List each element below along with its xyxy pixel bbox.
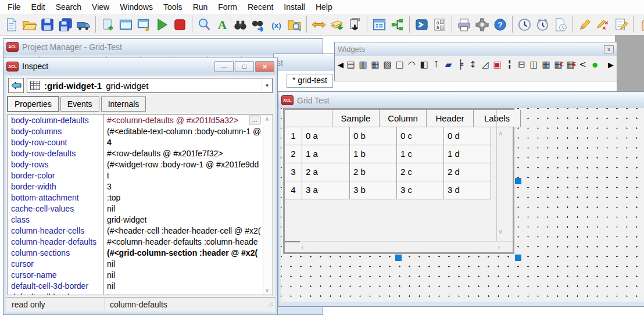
grid-scroll-right-icon[interactable]: › [498,242,500,252]
history-doc-button[interactable] [552,16,569,34]
bar-gauge-icon[interactable]: ▰ [443,59,454,70]
grid-cell-sample[interactable]: 2 a [302,163,350,181]
save-all-button[interactable] [57,16,74,34]
property-row[interactable]: default-cell-3d-border nil [8,280,273,291]
angle-dial-icon[interactable]: ◿ [480,59,491,70]
minimize-button[interactable]: — [214,61,234,72]
scroll-down-icon[interactable]: ∨ [265,287,269,293]
form-design-surface[interactable]: SampleColumnHeaderLabels 1 0 a 0 b 0 c 0… [281,108,644,302]
grid-cell-column[interactable]: 2 b [350,163,397,181]
curve-tool-icon[interactable]: ◠ [406,59,417,70]
grid-widget[interactable]: SampleColumnHeaderLabels 1 0 a 0 b 0 c 0… [283,108,514,254]
widgets-scroll-left-icon[interactable]: ◀ [337,60,344,69]
grid-scroll-down-icon[interactable]: ∨ [498,228,503,235]
grid-cell-header[interactable]: 1 c [397,145,444,163]
property-row[interactable]: body-row-defaults #<row-defaults @ #x201… [8,148,273,159]
class-browser-button[interactable] [389,16,406,34]
split-pane-icon[interactable]: ⊟ [516,59,527,70]
menu-item[interactable]: Recent [242,1,278,13]
toggle-dot-icon[interactable]: ● [589,59,600,70]
tree-control-icon[interactable]: ╞ [455,59,466,70]
find-next-button[interactable] [250,16,267,34]
grid-scroll-left-icon[interactable]: ‹ [301,242,304,252]
import-button[interactable] [328,16,345,34]
open-file-button[interactable] [21,16,38,34]
multiline-list-icon[interactable]: ▤ [345,59,356,70]
combo-box-icon[interactable]: ◧ [418,59,430,70]
property-row[interactable]: column-header-cells (#<header-cell :head… [8,225,273,236]
internals-icon[interactable]: Internals [101,96,146,112]
grid-table-icon[interactable]: ▦ [541,59,552,70]
dual-pane-icon[interactable]: ◫ [528,59,539,70]
grid-hscroll-thumb[interactable] [285,241,300,242]
property-row[interactable]: column-sections (#<grid-column-section :… [8,247,273,258]
help-button[interactable]: ? [492,16,509,34]
console-button[interactable] [413,16,430,34]
grid-column-header[interactable]: Sample [332,110,380,127]
grid-table-c-icon[interactable]: ▦C [553,59,564,70]
print-button[interactable] [456,16,473,34]
grid-column-header[interactable]: Labels [474,110,521,127]
property-row[interactable]: body-row-count 4 [8,137,273,148]
grid-cell-labels[interactable]: 2 d [444,163,491,181]
grid-cell-header[interactable]: 0 c [397,127,444,145]
spin-control-icon[interactable]: ↕ [467,59,478,70]
close-button[interactable]: × [255,61,274,72]
find-in-files-button[interactable] [232,16,249,34]
property-row[interactable]: class grid-widget [8,214,273,225]
grid-column-header[interactable]: Header [427,110,474,127]
menu-item[interactable]: Form [213,1,242,13]
outline-button[interactable] [371,16,388,34]
new-form-button[interactable] [99,16,116,34]
multi-item-list-icon[interactable]: ▥ [357,59,368,70]
editor-tab-grid-test[interactable]: * grid-test [287,74,333,88]
group-box-icon[interactable]: □ [394,59,405,70]
grid-row-number[interactable]: 2 [285,145,302,163]
flag-pole-icon[interactable]: ⊺ [431,59,442,70]
menu-item[interactable]: Windows [115,1,158,13]
edit-button[interactable] [577,16,593,34]
color-grid-icon[interactable]: ▦ [370,59,381,70]
clone-window-button[interactable] [135,16,152,34]
property-row[interactable]: body-rows (#<widget-row :body-row-1 @ #x… [8,159,273,170]
new-window-button[interactable] [117,16,134,34]
property-row[interactable]: border-color t [8,170,273,181]
property-row[interactable]: default-cell-borders t [8,291,273,295]
selection-handle-bottom-right[interactable] [515,255,521,261]
alarm-button[interactable] [534,16,551,34]
grid-row-number[interactable]: 4 [285,181,302,199]
selection-handle-bottom[interactable] [395,255,402,261]
grid-scroll-up-icon[interactable]: ∧ [498,130,503,137]
scroll-up-icon[interactable]: ∧ [265,116,269,122]
grid-table-s-icon[interactable]: ▦S [565,59,576,70]
grid-cell-sample[interactable]: 1 a [302,145,350,163]
restore-button[interactable]: □ [235,61,254,72]
add-hand-button[interactable] [637,16,644,34]
search-folder-button[interactable] [286,16,303,34]
export-button[interactable] [346,16,363,34]
menu-item[interactable]: View [87,1,115,13]
discard-edits-button[interactable]: ×× [595,16,611,34]
grid-column-header[interactable] [285,110,332,127]
selection-handle-right[interactable] [515,178,521,184]
frame-widget-icon[interactable]: ▣ [492,59,503,70]
widgets-scroll-right-icon[interactable]: ▶ [607,60,614,69]
property-row[interactable]: body-columns (#<editable-text-column :bo… [8,126,273,137]
property-row[interactable]: column-header-defaults #<column-header-d… [8,236,273,247]
back-arrow-button[interactable] [8,78,24,93]
property-row[interactable]: bottom-attachment :top [8,192,273,203]
find-button[interactable] [196,16,213,34]
menu-item[interactable]: Search [51,1,87,13]
grid-cell-sample[interactable]: 0 a [302,127,350,145]
events-icon[interactable]: Events [60,96,99,112]
apropos-button[interactable]: aa [431,16,448,34]
grid-cell-column[interactable]: 3 b [350,181,397,199]
options-gear-button[interactable] [474,16,491,34]
grid-column-header[interactable]: Column [380,110,427,127]
ellipsis-button[interactable]: ... [249,116,260,124]
grid-cell-header[interactable]: 2 c [397,163,444,181]
comparator-icon[interactable]: < [577,59,588,70]
grid-cell-labels[interactable]: 3 d [444,181,491,199]
grid-row-number[interactable]: 1 [285,127,302,145]
grid-cell-header[interactable]: 3 c [397,181,444,199]
